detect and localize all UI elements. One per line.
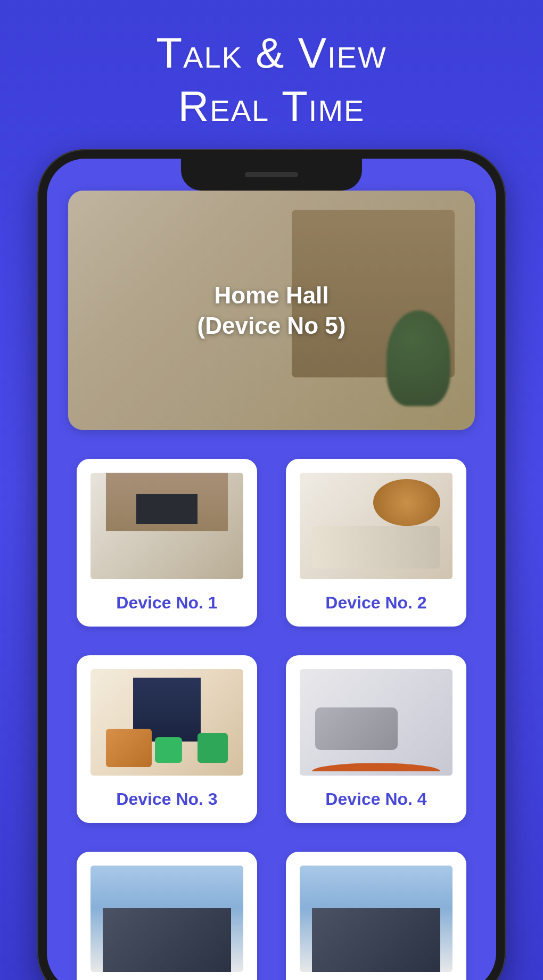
main-camera-title: Home Hall: [214, 282, 328, 308]
phone-screen: Home Hall (Device No 5) Device No. 1 Dev…: [47, 159, 496, 980]
device-label: Device No. 1: [116, 593, 217, 618]
device-card-5[interactable]: [77, 852, 257, 980]
device-label: Device No. 3: [116, 789, 217, 814]
phone-notch: [181, 159, 362, 191]
marketing-headline: Talk & View Real Time: [0, 0, 543, 133]
device-thumbnail: [300, 669, 452, 776]
phone-speaker-icon: [245, 172, 298, 177]
main-camera-subtitle: (Device No 5): [198, 312, 346, 339]
device-thumbnail: [90, 473, 243, 579]
phone-frame: Home Hall (Device No 5) Device No. 1 Dev…: [37, 149, 506, 980]
device-card-2[interactable]: Device No. 2: [286, 459, 466, 627]
device-label: Device No. 2: [325, 593, 426, 618]
headline-line-2: Real Time: [178, 83, 365, 130]
device-grid: Device No. 1 Device No. 2 Device No. 3 D…: [68, 459, 475, 980]
device-thumbnail: [300, 866, 452, 972]
headline-line-1: Talk & View: [156, 29, 387, 77]
device-thumbnail: [90, 866, 243, 972]
device-card-3[interactable]: Device No. 3: [77, 655, 257, 823]
device-card-4[interactable]: Device No. 4: [286, 655, 466, 823]
device-card-1[interactable]: Device No. 1: [77, 459, 257, 627]
device-card-6[interactable]: [286, 852, 466, 980]
device-thumbnail: [300, 473, 452, 579]
main-camera-label: Home Hall (Device No 5): [198, 280, 346, 341]
device-thumbnail: [90, 669, 243, 776]
main-camera-card[interactable]: Home Hall (Device No 5): [68, 191, 475, 430]
device-label: Device No. 4: [325, 789, 426, 814]
